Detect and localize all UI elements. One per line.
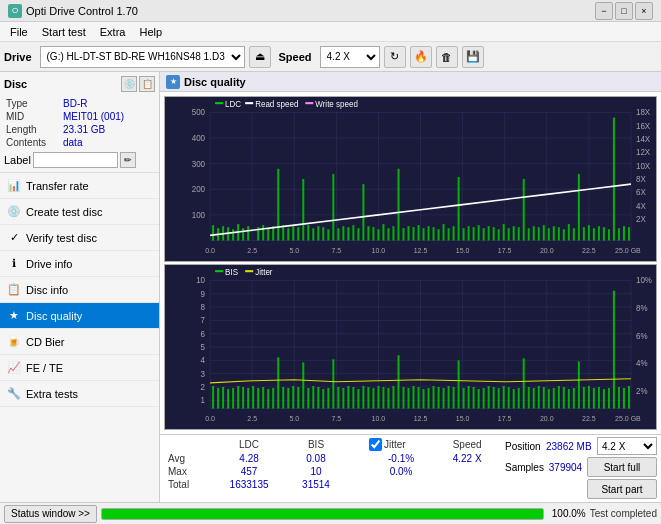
nav-label-create-test-disc: Create test disc	[26, 206, 102, 218]
status-window-button[interactable]: Status window >>	[4, 505, 97, 523]
svg-rect-267	[245, 270, 253, 272]
menu-item-start-test[interactable]: Start test	[36, 24, 92, 40]
svg-text:22.5: 22.5	[582, 415, 596, 423]
disc-type-label: Type	[6, 98, 61, 109]
close-button[interactable]: ×	[635, 2, 653, 20]
svg-rect-90	[453, 226, 455, 240]
svg-rect-85	[428, 226, 430, 240]
stats-col-speed-label: Speed	[437, 437, 497, 452]
save-button[interactable]: 💾	[462, 46, 484, 68]
svg-rect-211	[362, 386, 364, 409]
svg-rect-185	[232, 388, 234, 409]
refresh-button[interactable]: ↻	[384, 46, 406, 68]
svg-rect-68	[342, 226, 344, 240]
main-area: Disc 💿 📋 Type BD-R MID MEIT01 (001) Leng…	[0, 72, 661, 502]
svg-text:500: 500	[192, 108, 206, 117]
svg-rect-89	[448, 228, 450, 240]
start-part-button[interactable]: Start part	[587, 479, 657, 499]
sidebar: Disc 💿 📋 Type BD-R MID MEIT01 (001) Leng…	[0, 72, 160, 502]
svg-rect-59	[297, 227, 299, 240]
nav-label-disc-info: Disc info	[26, 284, 68, 296]
nav-item-transfer-rate[interactable]: 📊Transfer rate	[0, 173, 159, 199]
nav-item-drive-info[interactable]: ℹDrive info	[0, 251, 159, 277]
svg-rect-252	[568, 389, 570, 408]
minimize-button[interactable]: −	[595, 2, 613, 20]
label-input[interactable]	[33, 152, 118, 168]
svg-text:2: 2	[201, 383, 206, 392]
svg-rect-98	[493, 227, 495, 240]
svg-rect-222	[418, 387, 420, 409]
speed-select[interactable]: 4.2 X	[320, 46, 380, 68]
svg-text:22.5: 22.5	[582, 247, 596, 255]
svg-rect-71	[357, 228, 359, 240]
nav-item-extra-tests[interactable]: 🔧Extra tests	[0, 381, 159, 407]
svg-rect-197	[292, 386, 294, 409]
menu-item-file[interactable]: File	[4, 24, 34, 40]
jitter-checkbox-label[interactable]: Jitter	[369, 438, 433, 451]
svg-text:10%: 10%	[636, 276, 652, 285]
maximize-button[interactable]: □	[615, 2, 633, 20]
svg-text:4X: 4X	[636, 202, 646, 211]
content-area: ★ Disc quality	[160, 72, 661, 502]
start-full-button[interactable]: Start full	[587, 457, 657, 477]
svg-text:10.0: 10.0	[372, 247, 386, 255]
svg-rect-207	[342, 388, 344, 409]
svg-rect-128	[245, 102, 253, 104]
disc-section: Disc 💿 📋 Type BD-R MID MEIT01 (001) Leng…	[0, 72, 159, 173]
svg-rect-227	[443, 388, 445, 409]
svg-rect-118	[593, 228, 595, 240]
ldc-chart: 500 400 300 200 100 18X 16X 14X 12X 10X …	[164, 96, 657, 262]
app-title: Opti Drive Control 1.70	[26, 5, 138, 17]
nav-item-verify-test-disc[interactable]: ✓Verify test disc	[0, 225, 159, 251]
nav-item-create-test-disc[interactable]: 💿Create test disc	[0, 199, 159, 225]
menu-item-help[interactable]: Help	[133, 24, 168, 40]
position-value: 23862 MB	[546, 441, 592, 452]
svg-rect-104	[523, 179, 525, 241]
svg-rect-56	[282, 225, 284, 240]
svg-rect-122	[613, 118, 615, 241]
nav-item-disc-quality[interactable]: ★Disc quality	[0, 303, 159, 329]
svg-text:6%: 6%	[636, 332, 648, 341]
svg-rect-208	[347, 386, 349, 409]
svg-rect-228	[448, 386, 450, 409]
eject-button[interactable]: ⏏	[249, 46, 271, 68]
svg-rect-191	[262, 387, 264, 409]
menu-item-extra[interactable]: Extra	[94, 24, 132, 40]
speed-display-select[interactable]: 4.2 X	[597, 437, 657, 455]
svg-rect-80	[402, 228, 404, 240]
nav-item-fe-te[interactable]: 📈FE / TE	[0, 355, 159, 381]
svg-rect-99	[498, 229, 500, 240]
erase-button[interactable]: 🗑	[436, 46, 458, 68]
disc-icon1[interactable]: 💿	[121, 76, 137, 92]
stats-col-bis: BIS	[287, 437, 345, 452]
svg-rect-199	[302, 362, 304, 408]
svg-text:2X: 2X	[636, 215, 646, 224]
burn-button[interactable]: 🔥	[410, 46, 432, 68]
svg-rect-119	[598, 226, 600, 240]
progress-percent: 100.0%	[552, 508, 586, 519]
svg-rect-113	[568, 224, 570, 240]
svg-text:5.0: 5.0	[289, 247, 299, 255]
svg-rect-61	[307, 225, 309, 240]
samples-label: Samples	[505, 462, 544, 473]
start-part-row: Start part	[505, 479, 657, 499]
svg-rect-67	[337, 228, 339, 240]
svg-rect-120	[603, 227, 605, 240]
svg-rect-126	[215, 102, 223, 104]
svg-rect-242	[518, 388, 520, 409]
nav-items: 📊Transfer rate💿Create test disc✓Verify t…	[0, 173, 159, 502]
svg-text:7.5: 7.5	[331, 247, 341, 255]
svg-rect-225	[433, 386, 435, 409]
nav-item-disc-info[interactable]: 📋Disc info	[0, 277, 159, 303]
nav-item-cd-bier[interactable]: 🍺CD Bier	[0, 329, 159, 355]
drive-select[interactable]: (G:) HL-DT-ST BD-RE WH16NS48 1.D3	[40, 46, 245, 68]
svg-rect-100	[503, 224, 505, 240]
svg-rect-65	[327, 229, 329, 240]
svg-text:6: 6	[201, 330, 206, 339]
svg-rect-237	[493, 387, 495, 409]
disc-icon2[interactable]: 📋	[139, 76, 155, 92]
jitter-checkbox-input[interactable]	[369, 438, 382, 451]
svg-rect-244	[528, 387, 530, 409]
svg-rect-123	[618, 228, 620, 240]
label-edit-button[interactable]: ✏	[120, 152, 136, 168]
